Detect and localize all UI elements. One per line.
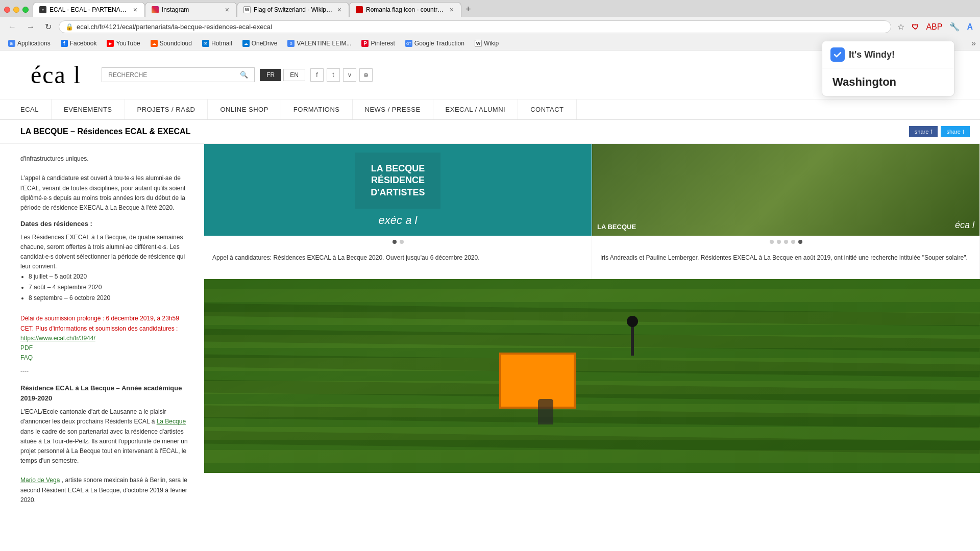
windy-title: It's Windy! — [849, 49, 895, 60]
account-icon[interactable]: A — [965, 20, 975, 34]
bookmark-hotmail[interactable]: ✉ Hotmail — [198, 39, 236, 48]
bookmark-youtube[interactable]: ▶ YouTube — [103, 39, 144, 48]
page-title: LA BECQUE – Résidences ECAL & EXECAL — [20, 127, 190, 136]
search-input[interactable] — [108, 71, 237, 79]
carousel-caption-2: Iris Andreadis et Pauline Lemberger, Rés… — [592, 248, 979, 279]
hotmail-icon: ✉ — [202, 40, 209, 47]
tab-close-wiki[interactable]: × — [336, 6, 342, 14]
mario-text: Mario de Vega , artiste sonore mexicain … — [20, 475, 194, 505]
dot-1-2[interactable] — [400, 240, 404, 244]
tab-title-flag: Romania flag icon - country fla... — [366, 6, 446, 13]
carousel-item-1: LA BECQUE RÉSIDENCE D'ARTISTES exéc a l — [204, 144, 592, 279]
bookmark-wikipedia-label: Wikip — [484, 40, 499, 47]
sidebar-intro: d'infrastructures uniques. — [20, 154, 194, 164]
address-bar[interactable]: 🔒 — [59, 20, 891, 33]
new-tab-button[interactable]: + — [461, 2, 475, 17]
ublock-icon[interactable]: 🛡 — [910, 21, 921, 33]
back-button[interactable]: ← — [5, 21, 19, 33]
tab-close-ecal[interactable]: × — [132, 6, 138, 14]
deadline-link[interactable]: https://www.ecal.ch/fr/3944/ — [20, 335, 95, 342]
bookmark-google-traduction[interactable]: GT Google Traduction — [401, 39, 469, 48]
extension-icon[interactable]: 🔧 — [947, 20, 962, 34]
bookmark-soundcloud-label: Soundcloud — [160, 40, 192, 47]
search-box[interactable]: 🔍 — [102, 67, 255, 82]
carousel-dots-1 — [204, 236, 592, 248]
twitter-share-icon: t — [963, 129, 964, 135]
dot-2-1[interactable] — [770, 240, 774, 244]
dot-2-2[interactable] — [777, 240, 781, 244]
valentine-icon: G — [287, 40, 295, 47]
nav-execal[interactable]: EXECAL / ALUMNI — [433, 99, 519, 119]
nav-news[interactable]: NEWS / PRESSE — [353, 99, 433, 119]
mario-link[interactable]: Mario de Vega — [20, 477, 60, 484]
dot-2-4[interactable] — [791, 240, 795, 244]
dot-2-3[interactable] — [784, 240, 788, 244]
carousel-image-teal: LA BECQUE RÉSIDENCE D'ARTISTES exéc a l — [204, 144, 592, 236]
bookmark-pinterest[interactable]: P Pinterest — [357, 39, 399, 48]
bookmark-applications[interactable]: ⊞ Applications — [4, 39, 55, 48]
close-button[interactable] — [4, 7, 10, 13]
windy-header: It's Windy! — [822, 41, 954, 68]
vimeo-social-icon[interactable]: v — [343, 68, 356, 82]
adblock-icon[interactable]: ABP — [924, 20, 944, 34]
minimize-button[interactable] — [13, 7, 19, 13]
maximize-button[interactable] — [22, 7, 29, 13]
bookmark-facebook[interactable]: f Facebook — [57, 39, 101, 48]
main-nav: ECAL EVENEMENTS PROJETS / RA&D ONLINE SH… — [0, 99, 980, 119]
share-twitter-label: share — [946, 129, 961, 135]
rss-social-icon[interactable]: ⊕ — [359, 68, 373, 82]
tab-close-flag[interactable]: × — [449, 6, 455, 14]
nav-projets[interactable]: PROJETS / RA&D — [125, 99, 208, 119]
nav-evenements[interactable]: EVENEMENTS — [52, 99, 125, 119]
reload-button[interactable]: ↻ — [42, 21, 55, 33]
bookmark-valentine[interactable]: G VALENTINE LEIM... — [283, 39, 355, 48]
bookmark-star-icon[interactable]: ☆ — [895, 20, 906, 34]
facebook-social-icon[interactable]: f — [310, 68, 324, 82]
soundcloud-icon: ☁ — [151, 40, 158, 47]
twitter-social-icon[interactable]: t — [327, 68, 340, 82]
lang-en-button[interactable]: EN — [283, 69, 305, 81]
dot-2-5[interactable] — [798, 240, 802, 244]
nav-formations[interactable]: FORMATIONS — [281, 99, 353, 119]
forward-button[interactable]: → — [23, 21, 38, 33]
security-icon: 🔒 — [65, 23, 74, 31]
carousel-content-1: LA BECQUE RÉSIDENCE D'ARTISTES exéc a l — [355, 153, 440, 227]
url-input[interactable] — [77, 23, 885, 31]
traffic-lights — [0, 2, 33, 17]
dates-list: 8 juillet – 5 août 2020 7 août – 4 septe… — [29, 272, 194, 304]
bookmark-soundcloud[interactable]: ☁ Soundcloud — [146, 39, 196, 48]
bookmark-hotmail-label: Hotmail — [211, 40, 232, 47]
windy-checkmark-svg — [832, 49, 843, 60]
carousel-dots-2 — [592, 236, 979, 248]
la-becque-link[interactable]: La Becque — [157, 418, 186, 425]
main-content-area: LA BECQUE RÉSIDENCE D'ARTISTES exéc a l — [204, 144, 980, 515]
windy-popup: It's Windy! Washington — [822, 41, 954, 96]
nav-ecal[interactable]: ECAL — [0, 99, 52, 119]
bookmarks-more-button[interactable]: » — [971, 39, 976, 48]
date-3: 8 septembre – 6 octobre 2020 — [29, 293, 194, 303]
share-facebook-button[interactable]: share f — [909, 126, 938, 137]
bookmark-onedrive[interactable]: ☁ OneDrive — [238, 39, 282, 48]
dot-1-1[interactable] — [393, 240, 397, 244]
share-buttons: share f share t — [909, 126, 970, 137]
bookmark-wikipedia[interactable]: W Wikip — [471, 39, 503, 48]
residence-intro-text: L'ECAL/Ecole cantonale d'art de Lausanne… — [20, 407, 194, 466]
share-twitter-button[interactable]: share t — [941, 126, 970, 137]
tab-romania-flag[interactable]: Romania flag icon - country fla... × — [349, 2, 461, 17]
tab-ecal[interactable]: e ECAL - ECAL - PARTENAR... × — [33, 2, 145, 17]
tab-close-instagram[interactable]: × — [224, 6, 230, 14]
lang-fr-button[interactable]: FR — [260, 69, 281, 81]
deadline-main: Délai de soumission prolongé : 6 décembr… — [20, 315, 179, 332]
search-icon[interactable]: 🔍 — [240, 71, 248, 79]
youtube-icon: ▶ — [107, 40, 114, 47]
windy-city: Washington — [822, 68, 954, 96]
nav-shop[interactable]: ONLINE SHOP — [208, 99, 281, 119]
tab-wikipedia-ch[interactable]: W Flag of Switzerland - Wikipedia × — [237, 2, 349, 17]
facebook-share-icon: f — [930, 129, 932, 135]
pdf-link[interactable]: PDF — [20, 344, 33, 352]
nav-contact[interactable]: CONTACT — [518, 99, 576, 119]
toolbar-actions: ☆ 🛡 ABP 🔧 A — [895, 20, 975, 34]
carousel-subtitle-1: exéc a l — [355, 214, 440, 227]
tab-instagram[interactable]: Instagram × — [145, 2, 237, 17]
faq-link[interactable]: FAQ — [20, 354, 33, 361]
